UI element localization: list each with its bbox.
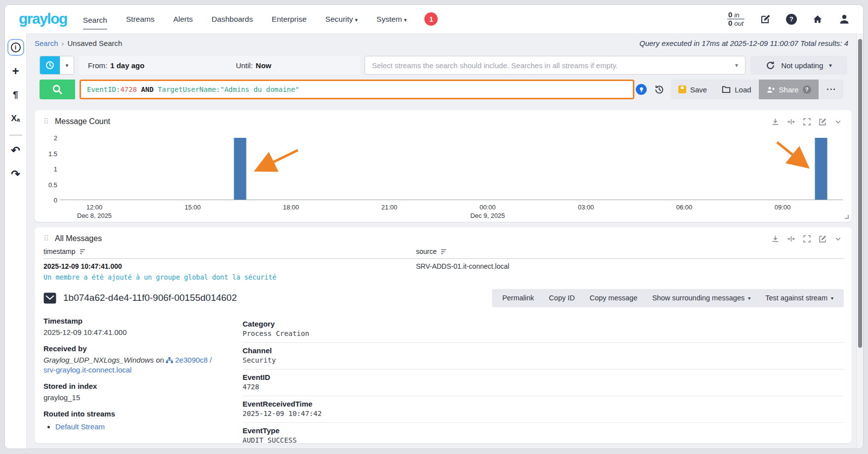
chevron-down-icon: ▾ [355,17,358,23]
select-caret-icon[interactable]: ▾ [735,62,738,69]
fullscreen-icon[interactable] [803,235,811,243]
chevron-down-icon: ▾ [831,295,833,301]
fields-icon[interactable]: Xₐ [8,111,23,126]
help-icon[interactable]: ? [786,14,797,25]
app-window: graylog Search Streams Alerts Dashboards… [4,4,864,449]
query-value-1: 4728 [120,85,137,93]
message-row-preview[interactable]: Un membre a été ajouté à un groupe globa… [43,273,276,281]
collapse-widget-icon[interactable] [834,118,842,125]
field-eventid: EventID 4728 [243,369,844,396]
focus-widget-icon[interactable] [787,118,795,126]
focus-widget-icon[interactable] [787,235,795,243]
share-help-icon[interactable]: ? [803,85,811,94]
more-actions-button[interactable]: ··· [820,80,843,99]
download-icon[interactable] [771,118,780,126]
share-button[interactable]: Share ? [759,80,819,99]
home-icon[interactable] [812,13,824,25]
search-button[interactable] [40,80,75,99]
message-row-timestamp[interactable]: 2025-12-09 10:47:41.000 [43,262,122,270]
edit-compose-icon[interactable] [759,13,771,25]
histogram-bar[interactable] [234,138,247,200]
nav-item-system[interactable]: System▾ [376,13,407,26]
query-input[interactable]: EventID:4728 AND TargetUserName:"Admins … [80,80,634,99]
nav-item-security[interactable]: Security▾ [326,13,358,26]
chart-x-axis: 12:0015:0018:0021:0000:0003:0006:0009:00… [60,201,843,220]
nav-item-dashboards[interactable]: Dashboards [211,13,253,26]
timerange-button[interactable]: ▾ [40,56,74,75]
until-label: Until: [236,61,252,70]
nav-item-enterprise[interactable]: Enterprise [272,13,307,26]
copy-id-button[interactable]: Copy ID [541,294,582,302]
create-add-icon[interactable]: + [8,64,23,79]
permalink-button[interactable]: Permalink [495,294,541,302]
test-against-stream-button[interactable]: Test against stream▾ [758,294,841,302]
nav-item-streams[interactable]: Streams [126,13,155,26]
stream-list: Default Stream [55,422,223,432]
message-envelope-icon[interactable] [43,292,56,304]
message-count-header: ⠿ Message Count [35,115,852,128]
nav-item-alerts[interactable]: Alerts [173,13,193,26]
user-icon[interactable] [838,13,850,25]
widget-resize-handle[interactable] [845,215,849,219]
widget-toolbar [771,118,842,126]
query-field-2: TargetUserName: [158,85,220,93]
annotation-arrows [60,138,843,200]
field-value: Security [243,356,844,364]
download-icon[interactable] [771,235,780,243]
message-row-source[interactable]: SRV-ADDS-01.it-connect.local [416,262,509,270]
x-tick-label: 18:00 [283,204,299,211]
sort-icon[interactable] [80,249,86,254]
node-sitemap-icon [166,357,173,364]
query-history-icon[interactable] [653,83,665,95]
histogram-bar[interactable] [815,138,827,200]
save-button[interactable]: Save [671,80,714,99]
message-id[interactable]: 1b074a62-d4e4-11f0-906f-00155d014602 [63,292,237,303]
redo-icon[interactable]: ↷ [8,167,23,182]
stream-select-input[interactable] [372,61,735,70]
show-surrounding-messages-button[interactable]: Show surrounding messages▾ [645,294,758,302]
edit-widget-icon[interactable] [819,118,827,126]
widget-title: All Messages [55,234,102,243]
column-header-timestamp[interactable]: timestamp [43,248,86,255]
timerange-dropdown-caret[interactable]: ▾ [60,56,74,74]
x-tick-label: 03:00 [578,204,594,211]
timerange-summary[interactable]: From: 1 day ago Until: Now [79,56,361,75]
x-tick-label: 12:00 [86,204,103,211]
breadcrumb-search-link[interactable]: Search [35,39,58,47]
refresh-controls[interactable]: Not updating ▾ [750,56,847,75]
collapse-widget-icon[interactable] [834,235,842,243]
field-label: Channel [243,346,844,355]
copy-message-button[interactable]: Copy message [582,294,645,302]
nav-item-search[interactable]: Search [83,14,107,30]
stream-select[interactable]: ▾ [365,56,745,75]
query-status-line: Query executed in 17ms at 2025-12-09 11:… [639,39,848,47]
view-description-icon[interactable]: i [8,40,23,55]
graylog-logo[interactable]: graylog [19,10,67,27]
load-button[interactable]: Load [714,80,758,99]
scrollbar-thumb[interactable] [858,39,862,348]
fullscreen-icon[interactable] [803,118,811,126]
messages-table-header: timestamp source [43,248,844,258]
undo-icon[interactable]: ↶ [8,143,23,158]
stream-list-item: Default Stream [55,422,223,432]
vertical-scrollbar[interactable] [856,33,863,449]
chevron-down-icon: ▾ [404,17,407,23]
message-actions-group: Permalink Copy ID Copy message Show surr… [492,289,844,307]
query-help-icon[interactable] [636,84,647,95]
field-category: Category Process Creation [243,316,844,342]
refresh-icon [766,61,775,70]
clock-icon[interactable] [40,56,60,74]
notification-badge[interactable]: 1 [424,12,438,26]
field-value: 2025-12-09 10:47:42 [243,410,844,417]
default-stream-link[interactable]: Default Stream [55,422,105,431]
y-tick-label: 2 [54,134,57,142]
search-actions-group: Save Load Share ? ··· [671,80,843,99]
chart-y-axis: 00.511.52 [42,138,57,200]
drag-handle-icon[interactable]: ⠿ [43,234,49,243]
drag-handle-icon[interactable]: ⠿ [43,117,49,126]
formatting-pilcrow-icon[interactable]: ¶ [8,87,23,102]
x-tick-label: 00:00 [480,204,496,211]
edit-widget-icon[interactable] [819,235,827,243]
sort-icon[interactable] [441,249,447,254]
column-header-source[interactable]: source [416,248,447,255]
